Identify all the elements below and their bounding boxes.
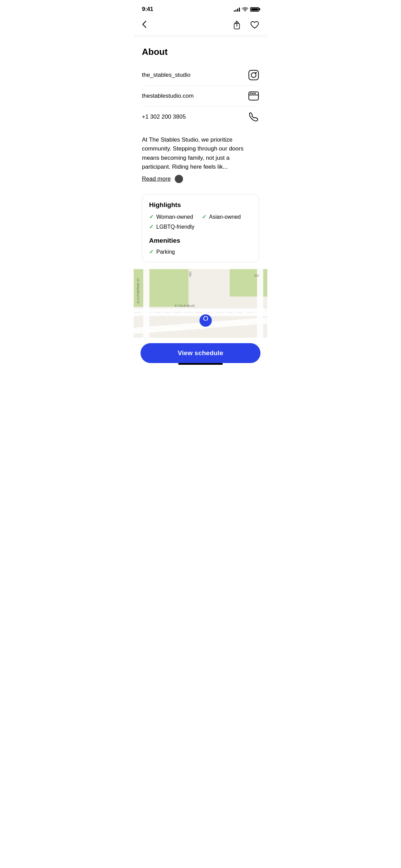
check-icon-asian: ✓: [202, 214, 206, 220]
read-more-button[interactable]: Read more: [142, 176, 171, 182]
svg-point-4: [255, 72, 257, 73]
highlights-title: Highlights: [149, 201, 252, 209]
share-button[interactable]: [231, 19, 243, 31]
highlights-grid: ✓ Woman-owned ✓ Asian-owned ✓ LGBTQ-frie…: [149, 214, 252, 230]
about-title: About: [142, 47, 259, 57]
svg-point-9: [254, 93, 256, 94]
svg-rect-5: [249, 92, 258, 100]
browser-icon-container: [248, 91, 259, 101]
signal-icon: [234, 7, 240, 12]
amenity-label-parking: Parking: [156, 249, 175, 255]
svg-rect-2: [249, 70, 258, 80]
amenity-item-parking: ✓ Parking: [149, 249, 252, 255]
instagram-handle: the_stables_studio: [142, 72, 191, 79]
phone-number: +1 302 200 3805: [142, 113, 186, 120]
svg-rect-11: [134, 269, 189, 307]
wifi-icon: [242, 7, 248, 12]
instagram-icon-container: [248, 70, 259, 81]
svg-point-0: [245, 11, 245, 12]
dark-dot: [175, 175, 183, 183]
map-section[interactable]: N CATHERINE ST E COLE BLVD NEI DO: [134, 269, 267, 338]
home-indicator-bar: [178, 363, 223, 365]
favorite-button[interactable]: [249, 19, 260, 31]
highlight-item-lgbtq: ✓ LGBTQ-friendly: [149, 224, 199, 230]
svg-point-3: [251, 73, 256, 77]
highlight-label-woman: Woman-owned: [156, 214, 193, 220]
instagram-row[interactable]: the_stables_studio: [142, 65, 259, 86]
phone-row[interactable]: +1 302 200 3805: [142, 107, 259, 127]
instagram-icon: [248, 70, 259, 81]
info-rows: the_stables_studio thestablestudio.com: [142, 65, 259, 127]
status-time: 9:41: [142, 6, 153, 13]
highlight-item-asian-owned: ✓ Asian-owned: [202, 214, 252, 220]
website-row[interactable]: thestablestudio.com: [142, 86, 259, 107]
status-bar: 9:41: [134, 0, 267, 16]
highlight-label-asian: Asian-owned: [209, 214, 241, 220]
svg-rect-17: [257, 269, 263, 338]
back-button[interactable]: [141, 19, 148, 31]
check-icon-lgbtq: ✓: [149, 224, 154, 230]
nav-left: [141, 19, 148, 31]
description-section: At The Stables Studio, we prioritize com…: [142, 129, 259, 194]
heart-icon: [250, 21, 259, 29]
nav-bar: [134, 16, 267, 35]
nav-right: [231, 19, 260, 31]
view-schedule-button[interactable]: View schedule: [141, 343, 260, 363]
svg-text:DO: DO: [254, 274, 259, 277]
phone-icon: [248, 112, 259, 122]
home-indicator: [141, 363, 260, 367]
description-text: At The Stables Studio, we prioritize com…: [142, 135, 259, 171]
read-more-row: Read more: [142, 175, 259, 183]
battery-icon: [250, 7, 259, 12]
share-icon: [232, 21, 241, 29]
svg-text:NEI: NEI: [189, 272, 192, 277]
website-url: thestablestudio.com: [142, 93, 194, 99]
svg-point-8: [252, 93, 254, 94]
amenities-title: Amenities: [149, 237, 252, 244]
highlight-label-lgbtq: LGBTQ-friendly: [156, 224, 194, 230]
bottom-cta: View schedule: [134, 338, 267, 377]
svg-point-26: [204, 317, 207, 320]
status-icons: [234, 7, 259, 12]
main-content: About the_stables_studio thestablestudio…: [134, 37, 267, 262]
phone-icon-container: [248, 111, 259, 122]
check-icon-woman: ✓: [149, 214, 154, 220]
svg-text:E COLE BLVD: E COLE BLVD: [175, 304, 195, 308]
svg-point-7: [250, 93, 252, 94]
highlight-item-woman-owned: ✓ Woman-owned: [149, 214, 199, 220]
check-icon-parking: ✓: [149, 249, 154, 255]
highlights-card: Highlights ✓ Woman-owned ✓ Asian-owned ✓…: [142, 194, 259, 262]
browser-icon: [248, 91, 259, 101]
svg-text:N CATHERINE ST: N CATHERINE ST: [136, 278, 140, 304]
map-view: N CATHERINE ST E COLE BLVD NEI DO: [134, 269, 267, 338]
